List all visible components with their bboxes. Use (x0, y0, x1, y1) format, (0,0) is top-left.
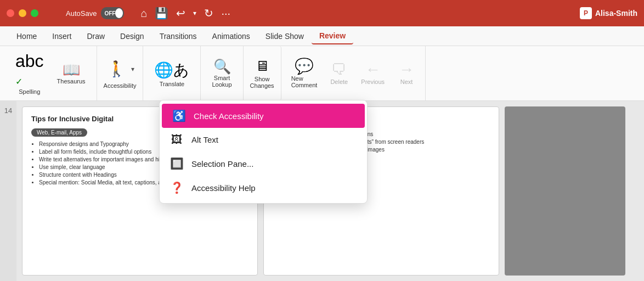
accessibility-help-label: Accessibility Help (191, 183, 256, 193)
alt-text-icon: 🖼 (170, 133, 184, 146)
accessibility-dropdown-menu: ♿ Check Accessibility 🖼 Alt Text 🔲 Selec… (159, 100, 368, 204)
thesaurus-icon: 📖 (63, 63, 80, 77)
translate-label: Translate (160, 81, 184, 87)
username-label: Alisa-Smith (595, 9, 637, 18)
new-comment-icon: 💬 (295, 59, 314, 74)
accessibility-label: Accessibility (104, 82, 137, 89)
dropdown-accessibility-help[interactable]: ❓ Accessibility Help (160, 176, 367, 200)
save-icon[interactable]: 💾 (155, 7, 168, 20)
ribbon: abc✓ Spelling 📖 Thesaurus 🚶 ▾ Accessibil… (0, 46, 644, 101)
dropdown-check-accessibility[interactable]: ♿ Check Accessibility (162, 104, 365, 128)
thesaurus-label: Thesaurus (57, 78, 86, 85)
menu-home[interactable]: Home (9, 29, 44, 44)
previous-comment-button[interactable]: ← Previous (355, 60, 390, 87)
maximize-button[interactable] (31, 9, 38, 17)
accessibility-dropdown-button[interactable]: ▾ (129, 63, 136, 75)
autosave-toggle[interactable]: OFF (101, 7, 124, 19)
title-bar: AutoSave OFF ⌂ 💾 ↩ ▾ ↻ ··· P Alisa-Smith (0, 0, 644, 26)
menu-bar: Home Insert Draw Design Transitions Anim… (0, 26, 644, 46)
delete-comment-button[interactable]: 🗨 Delete (325, 60, 353, 87)
ribbon-proofing-group: abc✓ Spelling 📖 Thesaurus (4, 46, 97, 100)
accessibility-button[interactable]: 🚶 (104, 58, 129, 80)
autosave-area: AutoSave OFF (66, 7, 124, 19)
title-icons-group: ⌂ 💾 ↩ ▾ ↻ ··· (140, 7, 230, 20)
selection-pane-label: Selection Pane... (191, 159, 253, 168)
dropdown-selection-pane[interactable]: 🔲 Selection Pane... (160, 151, 367, 176)
next-comment-icon: → (399, 62, 414, 77)
check-accessibility-icon: ♿ (172, 109, 186, 122)
spelling-label: Spelling (19, 88, 40, 95)
autosave-label: AutoSave (66, 9, 97, 18)
redo-icon[interactable]: ↻ (204, 7, 213, 20)
translate-button[interactable]: 🌐あ Translate (150, 58, 194, 89)
alt-text-label: Alt Text (191, 135, 218, 144)
thesaurus-button[interactable]: 📖 Thesaurus (53, 60, 90, 87)
new-comment-button[interactable]: 💬 NewComment (286, 57, 323, 91)
spelling-icon: abc✓ (15, 52, 44, 87)
delete-label: Delete (330, 78, 348, 85)
ribbon-smartlookup-group: 🔍 SmartLookup (201, 46, 243, 100)
slide-badge: Web, E-mail, Apps (31, 128, 87, 137)
slide-dark-panel (505, 106, 625, 276)
show-changes-label: ShowChanges (250, 76, 274, 89)
ribbon-translate-group: 🌐あ Translate (143, 46, 201, 100)
accessibility-icon: 🚶 (107, 60, 126, 78)
smart-lookup-icon: 🔍 (213, 59, 231, 74)
smart-lookup-button[interactable]: 🔍 SmartLookup (207, 57, 236, 90)
undo-icon[interactable]: ↩ (176, 7, 185, 20)
next-comment-button[interactable]: → Next (392, 60, 421, 87)
dropdown-alt-text[interactable]: 🖼 Alt Text (160, 128, 367, 151)
check-accessibility-label: Check Accessibility (194, 111, 264, 121)
spelling-button[interactable]: abc✓ Spelling (11, 50, 48, 97)
show-changes-button[interactable]: 🖥 ShowChanges (244, 46, 281, 100)
minimize-button[interactable] (19, 9, 26, 17)
ribbon-accessibility-group: 🚶 ▾ Accessibility (97, 46, 144, 100)
ppt-badge: P (580, 7, 592, 19)
next-label: Next (400, 78, 413, 85)
new-comment-label: NewComment (291, 75, 318, 88)
selection-pane-icon: 🔲 (170, 157, 184, 170)
menu-design[interactable]: Design (112, 29, 152, 44)
menu-insert[interactable]: Insert (44, 29, 79, 44)
menu-animations[interactable]: Animations (205, 29, 258, 44)
toggle-knob (115, 8, 123, 18)
slide-number: 14 (0, 101, 16, 281)
translate-icon: 🌐あ (154, 60, 189, 81)
show-changes-icon: 🖥 (255, 58, 269, 75)
window-controls (7, 9, 38, 17)
accessibility-btn-row: 🚶 ▾ (104, 58, 136, 80)
more-icon[interactable]: ··· (221, 7, 230, 20)
previous-label: Previous (361, 78, 385, 85)
accessibility-help-icon: ❓ (170, 181, 184, 194)
toggle-state-label: OFF (104, 10, 115, 16)
menu-review[interactable]: Review (312, 28, 353, 44)
ribbon-comments-group: 💬 NewComment 🗨 Delete ← Previous → Next (281, 46, 426, 100)
user-info[interactable]: P Alisa-Smith (580, 7, 637, 19)
menu-transitions[interactable]: Transitions (152, 29, 205, 44)
close-button[interactable] (7, 9, 14, 17)
menu-draw[interactable]: Draw (79, 29, 112, 44)
menu-slideshow[interactable]: Slide Show (258, 29, 312, 44)
undo-dropdown-icon[interactable]: ▾ (193, 9, 196, 17)
delete-comment-icon: 🗨 (331, 62, 347, 77)
previous-comment-icon: ← (365, 62, 381, 77)
home-icon[interactable]: ⌂ (140, 7, 147, 20)
